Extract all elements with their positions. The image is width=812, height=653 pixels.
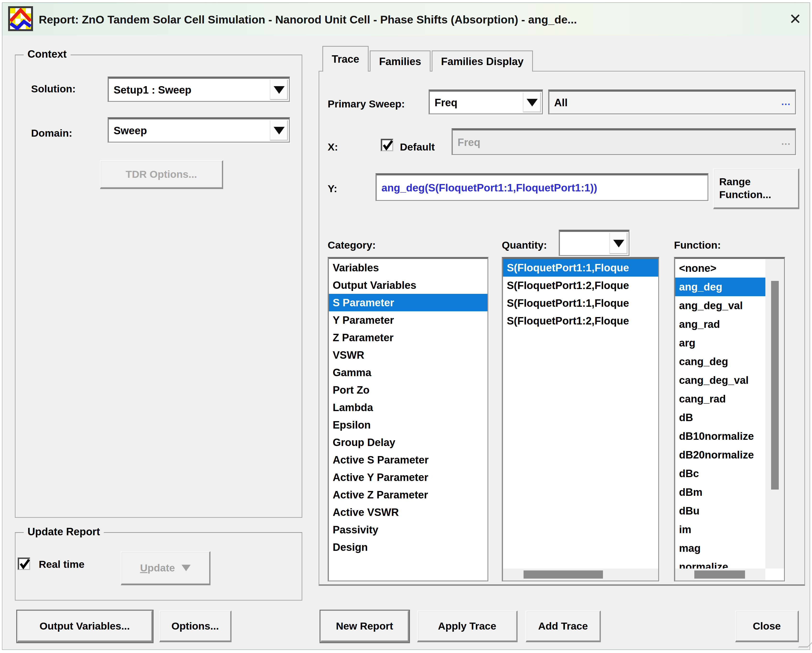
list-item[interactable]: dB10normalize — [675, 427, 765, 445]
list-item[interactable]: Gamma — [329, 364, 487, 381]
y-label: Y: — [328, 183, 337, 194]
solution-label: Solution: — [31, 83, 76, 95]
list-item[interactable]: dBu — [675, 502, 765, 520]
horizontal-scrollbar[interactable] — [503, 569, 658, 581]
list-item[interactable]: S Parameter — [329, 294, 487, 311]
solution-dropdown[interactable]: Setup1 : Sweep — [108, 76, 290, 102]
add-trace-button[interactable]: Add Trace — [526, 611, 601, 642]
list-item[interactable]: dB — [675, 408, 765, 427]
list-item[interactable]: arg — [675, 333, 765, 352]
list-item[interactable]: S(FloquetPort1:2,Floque — [503, 312, 658, 330]
list-item[interactable]: cang_rad — [675, 390, 765, 408]
quantity-filter-dropdown[interactable] — [559, 230, 629, 256]
scrollbar-thumb[interactable] — [694, 570, 745, 579]
list-item[interactable]: Epsilon — [329, 416, 487, 434]
function-listbox[interactable]: <none>ang_degang_deg_valang_radargcang_d… — [674, 257, 785, 581]
check-icon — [19, 558, 31, 570]
tab-families-display[interactable]: Families Display — [432, 50, 533, 72]
primary-sweep-label: Primary Sweep: — [328, 98, 405, 110]
list-item[interactable]: Lambda — [329, 399, 487, 416]
x-default-checkbox[interactable] — [381, 139, 393, 151]
chevron-down-icon[interactable] — [270, 80, 288, 100]
list-item[interactable]: VSWR — [329, 346, 487, 364]
check-icon — [382, 139, 394, 151]
context-group-label: Context — [24, 48, 70, 60]
list-item[interactable]: Group Delay — [329, 434, 487, 451]
list-item[interactable]: dBm — [675, 483, 765, 502]
list-item[interactable]: ang_rad — [675, 315, 765, 333]
browse-ellipsis-button[interactable]: ... — [781, 92, 791, 112]
list-item[interactable]: dB20normalize — [675, 445, 765, 464]
primary-sweep-range-field[interactable]: All ... — [548, 90, 796, 115]
update-report-group-label: Update Report — [24, 526, 104, 538]
new-report-button[interactable]: New Report — [321, 611, 409, 642]
close-button[interactable]: Close — [735, 611, 799, 642]
quantity-listbox[interactable]: S(FloquetPort1:1,FloqueS(FloquetPort1:2,… — [502, 257, 659, 581]
tab-bar: TraceFamiliesFamilies Display — [322, 46, 534, 72]
domain-dropdown[interactable]: Sweep — [108, 117, 290, 142]
x-label: X: — [328, 141, 338, 153]
close-icon[interactable]: ✕ — [789, 3, 801, 35]
tab-families[interactable]: Families — [370, 50, 430, 72]
x-default-label: Default — [400, 141, 435, 153]
list-item[interactable]: Variables — [329, 259, 487, 276]
x-field: Freq ... — [452, 128, 796, 155]
report-dialog-window: Report: ZnO Tandem Solar Cell Simulation… — [2, 2, 810, 650]
tdr-options-button[interactable]: TDR Options... — [100, 160, 223, 189]
window-title: Report: ZnO Tandem Solar Cell Simulation… — [39, 3, 577, 35]
apply-trace-button[interactable]: Apply Trace — [417, 611, 517, 642]
title-bar: Report: ZnO Tandem Solar Cell Simulation… — [2, 3, 810, 35]
list-item[interactable]: im — [675, 520, 765, 539]
list-item[interactable]: ang_deg — [675, 278, 765, 296]
list-item[interactable]: S(FloquetPort1:1,Floque — [503, 294, 658, 312]
list-item[interactable]: Z Parameter — [329, 329, 487, 346]
primary-sweep-dropdown[interactable]: Freq — [429, 90, 543, 115]
function-label: Function: — [674, 239, 721, 251]
list-item[interactable]: S(FloquetPort1:1,Floque — [503, 259, 658, 277]
list-item[interactable]: dBc — [675, 464, 765, 483]
scrollbar-thumb[interactable] — [524, 570, 603, 579]
y-expression-field[interactable]: ang_deg(S(FloquetPort1:1,FloquetPort1:1)… — [375, 173, 708, 201]
list-item[interactable]: <none> — [675, 259, 765, 278]
list-item[interactable]: Design — [329, 538, 487, 556]
resize-grip[interactable] — [798, 638, 812, 647]
browse-ellipsis-button-disabled: ... — [781, 130, 791, 153]
list-item[interactable]: cang_deg_val — [675, 371, 765, 390]
chevron-down-icon[interactable] — [523, 93, 541, 112]
list-item[interactable]: Active Y Parameter — [329, 468, 487, 486]
list-item[interactable]: Active Z Parameter — [329, 486, 487, 503]
vertical-scrollbar[interactable] — [765, 259, 784, 569]
output-variables-button[interactable]: Output Variables... — [17, 611, 153, 642]
real-time-checkbox[interactable] — [18, 558, 30, 570]
quantity-label: Quantity: — [502, 239, 547, 251]
chevron-down-icon — [182, 565, 191, 571]
chevron-down-icon[interactable] — [609, 233, 627, 254]
list-item[interactable]: Port Zo — [329, 381, 487, 399]
real-time-label: Real time — [39, 558, 84, 570]
chevron-down-icon[interactable] — [270, 120, 288, 141]
list-item[interactable]: Passivity — [329, 521, 487, 538]
list-item[interactable]: S(FloquetPort1:2,Floque — [503, 277, 658, 294]
list-item[interactable]: cang_deg — [675, 352, 765, 371]
options-button[interactable]: Options... — [159, 611, 232, 642]
list-item[interactable]: Active VSWR — [329, 503, 487, 521]
category-listbox[interactable]: VariablesOutput VariablesS ParameterY Pa… — [328, 257, 488, 581]
list-item[interactable]: mag — [675, 539, 765, 558]
category-label: Category: — [328, 239, 376, 251]
range-function-button[interactable]: Range Function... — [713, 168, 799, 209]
scrollbar-thumb[interactable] — [771, 281, 779, 489]
horizontal-scrollbar[interactable] — [675, 569, 765, 581]
report-plot-icon — [8, 6, 33, 31]
update-button[interactable]: Update — [121, 551, 211, 585]
report-dialog-screenshot: Report: ZnO Tandem Solar Cell Simulation… — [0, 0, 812, 653]
list-item[interactable]: ang_deg_val — [675, 296, 765, 315]
list-item[interactable]: Active S Parameter — [329, 451, 487, 468]
tab-trace[interactable]: Trace — [322, 46, 369, 72]
list-item[interactable]: Output Variables — [329, 276, 487, 294]
list-item[interactable]: Y Parameter — [329, 311, 487, 329]
domain-label: Domain: — [31, 127, 72, 139]
